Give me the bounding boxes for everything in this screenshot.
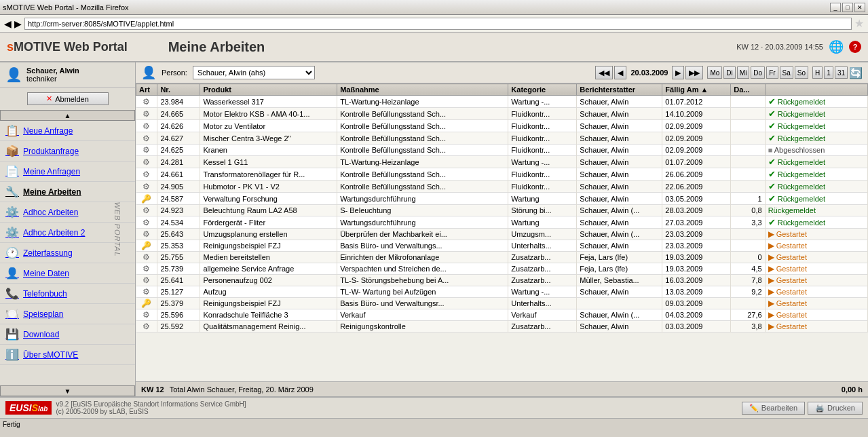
sidebar-label-meine-daten: Meine Daten xyxy=(23,269,69,278)
col-header-5[interactable]: Berichterstatter xyxy=(577,84,662,96)
col-header-3[interactable]: Maßnahme xyxy=(337,84,508,96)
sidebar-item-meine-arbeiten[interactable]: 🔧Meine Arbeiten xyxy=(0,182,135,202)
cell-nr-6: 24.661 xyxy=(157,168,200,180)
web-portal-watermark: WEB PORTAL xyxy=(113,202,121,256)
cell-massnahme-0: TL-Wartung-Heizanlage xyxy=(337,96,508,108)
sidebar-item-ueber-smotive[interactable]: ℹ️Über sMOTIVE xyxy=(0,345,135,365)
close-button[interactable]: ✕ xyxy=(854,3,865,12)
bookmark-icon[interactable]: ★ xyxy=(854,17,864,30)
person-select[interactable]: Schauer, Alwin (ahs) xyxy=(193,66,315,79)
url-input[interactable] xyxy=(24,18,852,30)
logout-button[interactable]: ✕ Abmelden xyxy=(27,92,109,105)
col-header-2[interactable]: Produkt xyxy=(200,84,337,96)
sidebar-item-meine-anfragen[interactable]: 📄Meine Anfragen xyxy=(0,162,135,182)
col-header-1[interactable]: Nr. xyxy=(157,84,200,96)
cell-produkt-5: Kessel 1 G11 xyxy=(200,156,337,168)
weekday-So[interactable]: So xyxy=(795,66,808,79)
sidebar-item-neue-anfrage[interactable]: 📋Neue Anfrage xyxy=(0,121,135,141)
table-row[interactable]: ⚙ 25.592 Qualitätsmanagement Reinig... R… xyxy=(136,321,868,332)
weekday-Di[interactable]: Di xyxy=(723,66,735,79)
table-row[interactable]: ⚙ 23.984 Wasserkessel 317 TL-Wartung-Hei… xyxy=(136,96,868,108)
table-row[interactable]: 🔑 25.353 Reinigungsbeispiel FZJ Basis Bü… xyxy=(136,240,868,252)
sidebar-scroll-up-button[interactable]: ▲ xyxy=(0,110,135,121)
action-buttons: ✏️ Bearbeiten 🖨️ Drucken xyxy=(742,402,863,415)
weekday-Sa[interactable]: Sa xyxy=(780,66,793,79)
nav-prev-button[interactable]: ◀ xyxy=(614,66,626,79)
sidebar-scroll-down-button[interactable]: ▼ xyxy=(0,385,135,396)
nav-last-button[interactable]: ▶▶ xyxy=(685,66,703,79)
cell-produkt-12: Reinigungsbeispiel FZJ xyxy=(200,240,337,252)
table-row[interactable]: ⚙ 25.755 Medien bereitstellen Einrichten… xyxy=(136,252,868,263)
cell-fallig-4: 02.09.2009 xyxy=(662,145,731,156)
help-button[interactable]: ? xyxy=(849,41,861,53)
table-row[interactable]: ⚙ 25.641 Personenaufzug 002 TL-S- Störun… xyxy=(136,275,868,286)
bearbeiten-button[interactable]: ✏️ Bearbeiten xyxy=(742,402,805,415)
cell-massnahme-11: Überprüfen der Machbarkeit ei... xyxy=(337,229,508,240)
cell-berichterstatter-10: Schauer, Alwin xyxy=(577,216,662,229)
cell-berichterstatter-14: Feja, Lars (lfe) xyxy=(577,263,662,275)
cell-massnahme-14: Verspachten und Streichen de... xyxy=(337,263,508,275)
cell-art-19: ⚙ xyxy=(136,321,157,332)
drucken-button[interactable]: 🖨️ Drucken xyxy=(808,402,863,415)
maximize-button[interactable]: □ xyxy=(842,3,853,12)
cell-berichterstatter-5: Schauer, Alwin xyxy=(577,156,662,168)
weekday-Do[interactable]: Do xyxy=(751,66,765,79)
weekday-Mo[interactable]: Mo xyxy=(707,66,722,79)
cell-kategorie-1: Fluidkontr... xyxy=(508,108,577,120)
sidebar-item-meine-daten[interactable]: 👤Meine Daten xyxy=(0,263,135,284)
view-btn-31[interactable]: 31 xyxy=(835,66,848,79)
cell-da-14: 4,5 xyxy=(731,263,765,275)
col-header-6[interactable]: Fällig Am ▲ xyxy=(662,84,731,96)
table-row[interactable]: 🔑 25.379 Reinigungsbeispiel FZJ Basis Bü… xyxy=(136,298,868,309)
user-info: Schauer, Alwin techniker xyxy=(26,66,79,83)
table-row[interactable]: ⚙ 25.127 Aufzug TL-W- Wartung bei Aufzüg… xyxy=(136,286,868,298)
col-header-7[interactable]: Da... xyxy=(731,84,765,96)
table-row[interactable]: ⚙ 24.905 Hubmotor - PK V1 - V2 Kontrolle… xyxy=(136,180,868,193)
view-btn-H[interactable]: H xyxy=(812,66,823,79)
cell-kategorie-16: Wartung -... xyxy=(508,286,577,298)
minimize-button[interactable]: _ xyxy=(830,3,841,12)
cell-nr-16: 25.127 xyxy=(157,286,200,298)
col-header-0[interactable]: Art xyxy=(136,84,157,96)
table-row[interactable]: ⚙ 24.625 Kranen Kontrolle Befüllungsstan… xyxy=(136,145,868,156)
nav-next-button[interactable]: ▶ xyxy=(672,66,684,79)
view-btn-1[interactable]: 1 xyxy=(824,66,833,79)
cell-berichterstatter-7: Schauer, Alwin xyxy=(577,180,662,193)
browser-window-controls[interactable]: _ □ ✕ xyxy=(830,3,865,12)
table-row[interactable]: ⚙ 24.534 Fördergerät - Fliter Wartungsdu… xyxy=(136,216,868,229)
table-row[interactable]: ⚙ 25.739 allgemeine Service Anfrage Vers… xyxy=(136,263,868,275)
globe-icon[interactable]: 🌐 xyxy=(829,39,844,54)
forward-icon[interactable]: ▶ xyxy=(14,18,22,29)
cell-kategorie-3: Fluidkontr... xyxy=(508,132,577,145)
table-row[interactable]: ⚙ 24.665 Motor Elektro KSB - AMA 40-1...… xyxy=(136,108,868,120)
refresh-icon[interactable]: 🔄 xyxy=(849,66,863,79)
cell-status-6: ✔ Rückgemeldet xyxy=(765,168,867,180)
person-icon: 👤 xyxy=(141,65,156,80)
cell-nr-3: 24.627 xyxy=(157,132,200,145)
sidebar-item-telefonbuch[interactable]: 📞Telefonbuch xyxy=(0,284,135,304)
datetime-display: KW 12 · 20.03.2009 14:55 xyxy=(736,43,823,51)
cell-da-8: 1 xyxy=(731,193,765,205)
sidebar-item-speiseplan[interactable]: 🍽️Speiseplan xyxy=(0,304,135,324)
nav-first-button[interactable]: ◀◀ xyxy=(595,66,613,79)
sidebar-item-produktanfrage[interactable]: 📦Produktanfrage xyxy=(0,141,135,162)
table-row[interactable]: ⚙ 24.627 Mischer Centra 3-Wege 2" Kontro… xyxy=(136,132,868,145)
col-header-8[interactable] xyxy=(765,84,867,96)
weekday-Mi[interactable]: Mi xyxy=(737,66,750,79)
col-header-4[interactable]: Kategorie xyxy=(508,84,577,96)
cell-nr-14: 25.739 xyxy=(157,263,200,275)
sidebar-item-download[interactable]: 💾Download xyxy=(0,324,135,345)
table-row[interactable]: ⚙ 24.281 Kessel 1 G11 TL-Wartung-Heizanl… xyxy=(136,156,868,168)
cell-status-10: ✔ Rückgemeldet xyxy=(765,216,867,229)
cell-berichterstatter-4: Schauer, Alwin xyxy=(577,145,662,156)
table-row[interactable]: ⚙ 25.643 Umzugsplanung erstellen Überprü… xyxy=(136,229,868,240)
sidebar-label-meine-arbeiten: Meine Arbeiten xyxy=(23,187,81,197)
weekday-Fr[interactable]: Fr xyxy=(766,66,778,79)
cell-status-17: ▶ Gestartet xyxy=(765,298,867,309)
table-row[interactable]: ⚙ 24.626 Motor zu Ventilator Kontrolle B… xyxy=(136,120,868,132)
table-row[interactable]: ⚙ 24.923 Beleuchtung Raum LA2 A58 S- Bel… xyxy=(136,205,868,216)
table-row[interactable]: ⚙ 24.661 Transformatorenöllager für R...… xyxy=(136,168,868,180)
table-row[interactable]: ⚙ 25.596 Konradschule Teilfläche 3 Verka… xyxy=(136,309,868,321)
back-icon[interactable]: ◀ xyxy=(4,18,12,29)
table-row[interactable]: 🔑 24.587 Verwaltung Forschung Wartungsdu… xyxy=(136,193,868,205)
